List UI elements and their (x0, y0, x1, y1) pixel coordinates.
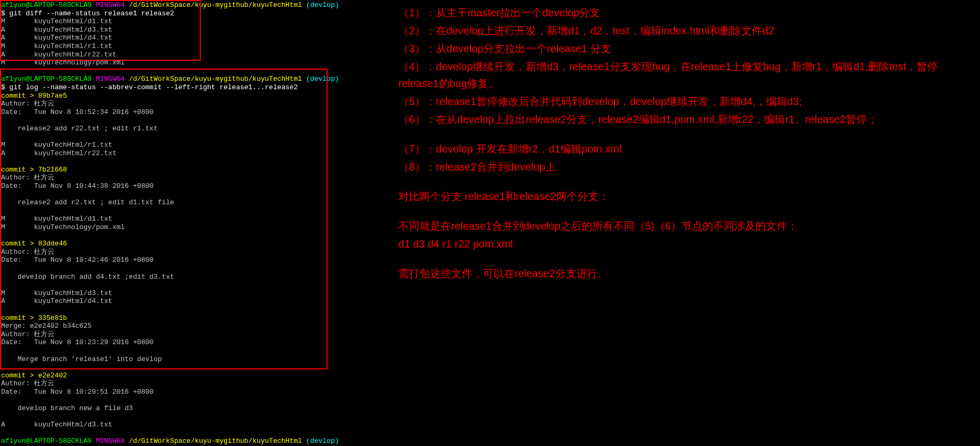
spacer (398, 129, 978, 139)
date-line: Date: Tue Nov 8 10:23:29 2016 +0800 (1, 338, 395, 347)
blank (1, 264, 395, 273)
file-change: M kuyuTechnology/pom.xml (1, 223, 395, 232)
annotation-files: d1 d3 d4 r1 r22 pom.xml (398, 235, 978, 252)
commit-msg: release2 add r2.txt ; edit d1.txt file (1, 198, 395, 207)
diff-result: A kuyuTechHtml/r22.txt (1, 51, 395, 59)
diff-result: M kuyuTechHtml/r1.txt (1, 42, 395, 51)
file-change: A kuyuTechHtml/d4.txt (1, 297, 395, 306)
date-line: Date: Tue Nov 8 10:42:46 2016 +0800 (1, 256, 395, 264)
commit-msg: develop branch new a file d3 (1, 404, 395, 413)
blank (1, 232, 395, 240)
blank (1, 363, 395, 372)
command-line: $ git log --name-status --abbrev-commit … (1, 83, 395, 92)
annotation-5: （5）：release1暂停修改后合并代码到develop，develop继续开… (398, 93, 978, 110)
commit-msg: release2 add r22.txt ; edit r1.txt (1, 125, 395, 133)
author-line: Author: 杜方云 (1, 248, 395, 257)
spacer (398, 253, 978, 264)
blank (1, 396, 395, 405)
terminal-content[interactable]: aflyun@LAPTOP-58GCKLA9 MINGW64 /d/GitWor… (1, 1, 395, 446)
annotation-package: 需打包这些文件，可以在release2分支进行。 (398, 265, 978, 282)
annotation-panel: （1）：从主干master拉出一个develop分支 （2）：在develop上… (396, 0, 980, 446)
blank (1, 207, 395, 215)
commit-header: commit > 83dde46 (1, 240, 395, 248)
annotation-7: （7）：develop 开发在新增r2，d1编辑pom.xml (398, 140, 978, 157)
annotation-2: （2）：在develop上进行开发，新增d1，d2，test，编辑index.h… (398, 22, 978, 39)
blank (1, 157, 395, 166)
blank (1, 429, 395, 438)
annotation-4: （4）：develop继续开发，新增d3，release1分支发现bug，在re… (398, 58, 978, 92)
date-line: Date: Tue Nov 8 10:20:51 2016 +0800 (1, 388, 395, 396)
blank (1, 413, 395, 421)
date-line: Date: Tue Nov 8 10:52:34 2016 +0800 (1, 108, 395, 117)
author-line: Author: 杜方云 (1, 379, 395, 388)
blank (1, 133, 395, 141)
annotation-3: （3）：从develop分支拉出一个release1 分支 (398, 40, 978, 57)
prompt-line: aflyun@LAPTOP-58GCKLA9 MINGW64 /d/GitWor… (1, 75, 395, 83)
command-line: $ git diff --name-status release1 releas… (1, 10, 395, 18)
blank (1, 67, 395, 75)
commit-header: commit > 7b21668 (1, 166, 395, 174)
terminal-panel: aflyun@LAPTOP-58GCKLA9 MINGW64 /d/GitWor… (0, 0, 396, 446)
spacer (398, 206, 978, 216)
diff-result: M kuyuTechnology/pom.xml (1, 59, 395, 67)
diff-result: A kuyuTechHtml/d4.txt (1, 34, 395, 42)
blank (1, 347, 395, 355)
blank (1, 306, 395, 314)
file-change: A kuyuTechHtml/r22.txt (1, 149, 395, 158)
file-change: M kuyuTechHtml/d3.txt (1, 289, 395, 298)
author-line: Author: 杜方云 (1, 330, 395, 339)
file-change: A kuyuTechHtml/d3.txt (1, 421, 395, 429)
file-change: M kuyuTechHtml/d1.txt (1, 215, 395, 223)
commit-header: commit > e2e2402 (1, 372, 395, 380)
author-line: Author: 杜方云 (1, 100, 395, 108)
commit-msg: develop branch add d4.txt ;edit d3.txt (1, 273, 395, 281)
diff-result: A kuyuTechHtml/d3.txt (1, 26, 395, 34)
prompt-line: aflyun@LAPTOP-58GCKLA9 MINGW64 /d/GitWor… (1, 437, 395, 445)
annotation-1: （1）：从主干master拉出一个develop分支 (398, 4, 978, 21)
commit-msg: Merge branch 'release1' into devlop (1, 355, 395, 364)
prompt-line: aflyun@LAPTOP-58GCKLA9 MINGW64 /d/GitWor… (1, 1, 395, 10)
blank (1, 191, 395, 199)
commit-header: commit > 335e81b (1, 314, 395, 322)
blank (1, 116, 395, 125)
author-line: Author: 杜方云 (1, 174, 395, 182)
spacer (398, 176, 978, 187)
date-line: Date: Tue Nov 8 10:44:38 2016 +0800 (1, 182, 395, 191)
blank (1, 281, 395, 289)
commit-header: commit > 89b7ae5 (1, 92, 395, 100)
annotation-diff: 不同就是在release1合并到develop之后的所有不同（5)（6）节点的不… (398, 217, 978, 234)
annotation-8: （8）：release2合并到develop上 (398, 158, 978, 175)
merge-line: Merge: e2e2402 b34c625 (1, 322, 395, 330)
diff-result: M kuyuTechHtml/d1.txt (1, 17, 395, 26)
annotation-6: （6）：在从develop上拉出release2分支，release2编辑d1,… (398, 111, 978, 128)
annotation-compare: 对比两个分支 release1和release2两个分支： (398, 188, 978, 205)
file-change: M kuyuTechHtml/r1.txt (1, 141, 395, 149)
